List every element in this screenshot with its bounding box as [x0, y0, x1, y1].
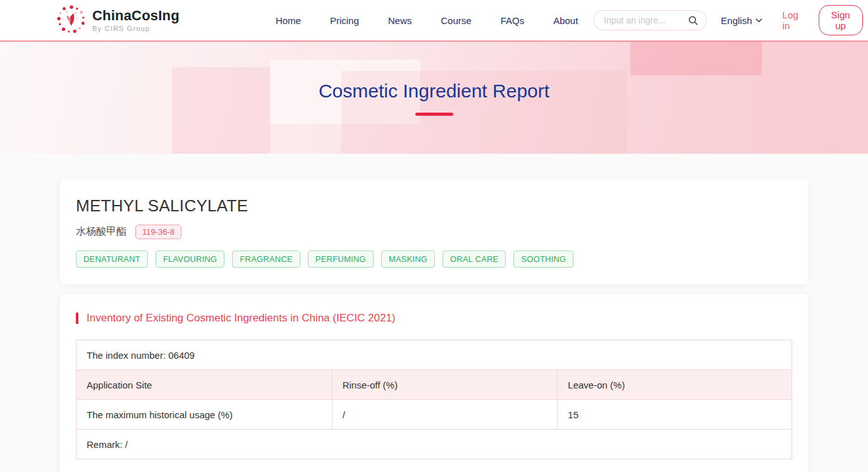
nav-item-pricing[interactable]: Pricing [330, 15, 359, 26]
title-underline [415, 113, 453, 116]
function-tag[interactable]: FRAGRANCE [232, 251, 300, 268]
brand-logo[interactable]: ChinaCosIng By CIRS Group [57, 4, 180, 36]
language-selector[interactable]: English [721, 15, 762, 26]
function-tag[interactable]: ORAL CARE [443, 251, 506, 268]
section-title: Inventory of Existing Cosmetic Ingredien… [87, 312, 396, 325]
function-tag[interactable]: DENATURANT [76, 251, 148, 268]
column-header-application-site: Application Site [76, 370, 333, 400]
login-link[interactable]: Log in [783, 9, 798, 31]
hero-banner: Cosmetic Ingredient Report [0, 40, 868, 154]
function-tag[interactable]: PERFUMING [308, 251, 374, 268]
table-row-index-number: The index number: 06409 [76, 340, 792, 370]
nav-links: Home Pricing News Course FAQs About [276, 15, 578, 26]
column-header-rinse-off: Rinse-off (%) [332, 370, 558, 400]
page-title: Cosmetic Ingredient Report [319, 80, 549, 102]
iecic-section-card: Inventory of Existing Cosmetic Ingredien… [60, 294, 808, 472]
search-icon[interactable] [688, 15, 699, 26]
brand-name: ChinaCosIng [92, 8, 180, 23]
column-header-leave-on: Leave-on (%) [558, 370, 792, 400]
max-usage-leave-on-value: 15 [558, 400, 792, 430]
brand-tagline: By CIRS Group [92, 25, 180, 32]
iecic-table: The index number: 06409 Application Site… [76, 340, 792, 459]
signup-button[interactable]: Sign up [819, 5, 863, 35]
remark-label: Remark: [87, 439, 123, 450]
hero-decoration [172, 67, 270, 154]
chevron-down-icon [755, 18, 762, 23]
language-label: English [721, 15, 752, 26]
function-tag[interactable]: FLAVOURING [156, 251, 225, 268]
search-input[interactable] [604, 15, 688, 25]
ingredient-name: METHYL SALICYLATE [76, 196, 792, 216]
index-number-label: The index number: [87, 350, 166, 361]
nav-item-about[interactable]: About [553, 15, 578, 26]
ingredient-summary-card: METHYL SALICYLATE 水杨酸甲酯 119-36-8 DENATUR… [60, 179, 808, 284]
section-accent-bar [76, 313, 78, 324]
ingredient-chinese-name: 水杨酸甲酯 [76, 225, 126, 239]
section-heading: Inventory of Existing Cosmetic Ingredien… [76, 312, 792, 325]
ingredient-search-box[interactable] [593, 10, 707, 30]
hero-decoration [630, 42, 762, 75]
max-usage-rinse-off-value: / [332, 400, 558, 430]
remark-value: / [125, 439, 128, 450]
hero-decoration [762, 42, 868, 154]
nav-item-news[interactable]: News [388, 15, 412, 26]
nav-item-faqs[interactable]: FAQs [501, 15, 525, 26]
main-content: METHYL SALICYLATE 水杨酸甲酯 119-36-8 DENATUR… [0, 154, 868, 472]
function-tag[interactable]: SOOTHING [513, 251, 573, 268]
nav-item-home[interactable]: Home [276, 15, 301, 26]
brand-logo-icon [57, 4, 86, 36]
table-header-row: Application Site Rinse-off (%) Leave-on … [76, 370, 792, 400]
table-row-remark: Remark: / [76, 430, 792, 459]
function-tag[interactable]: MASKING [381, 251, 435, 268]
max-usage-label: The maximum historical usage (%) [76, 400, 333, 430]
function-tags: DENATURANT FLAVOURING FRAGRANCE PERFUMIN… [76, 251, 792, 268]
top-navigation: ChinaCosIng By CIRS Group Home Pricing N… [0, 0, 868, 40]
cas-number-badge[interactable]: 119-36-8 [135, 225, 181, 239]
nav-item-course[interactable]: Course [441, 15, 471, 26]
index-number-value: 06409 [168, 350, 195, 361]
table-row-max-usage: The maximum historical usage (%) / 15 [76, 400, 792, 430]
